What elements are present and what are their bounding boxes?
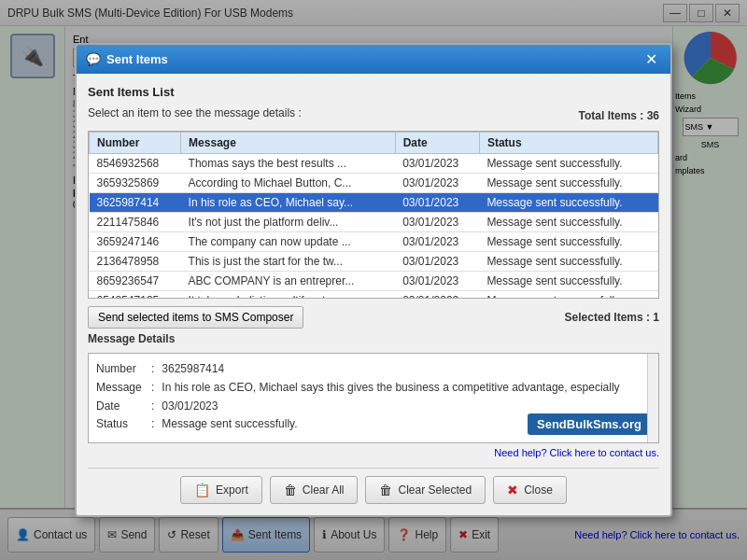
message-details-title: Message Details (88, 332, 659, 345)
table-row[interactable]: 3659325869 According to Michael Button, … (90, 173, 658, 192)
cell-date: 03/01/2023 (395, 192, 479, 212)
table-header-row: Number Message Date Status (90, 132, 658, 153)
modal-body: Sent Items List Select an item to see th… (77, 74, 670, 515)
cell-number: 3625987414 (90, 192, 181, 212)
cell-date: 03/01/2023 (395, 251, 479, 271)
clear-all-icon: 🗑 (284, 483, 297, 497)
col-message: Message (181, 132, 396, 153)
clear-all-label: Clear All (303, 483, 345, 497)
cell-status: Message sent successfully. (479, 231, 657, 251)
close-button[interactable]: ✖ Close (493, 476, 567, 504)
cell-date: 03/01/2023 (395, 231, 479, 251)
cell-date: 03/01/2023 (395, 290, 479, 298)
cell-message: It's not just the platform deliv... (181, 212, 396, 231)
modal-icon: 💬 (86, 52, 101, 66)
message-label: Message (96, 380, 148, 396)
col-number: Number (90, 132, 181, 153)
message-colon: : (151, 380, 154, 396)
clear-all-button[interactable]: 🗑 Clear All (270, 476, 359, 504)
total-items-count: Total Items : 36 (579, 109, 659, 122)
selected-items-count: Selected Items : 1 (565, 311, 659, 324)
cell-date: 03/01/2023 (395, 173, 479, 192)
help-link[interactable]: Need help? Click here to contact us. (88, 447, 659, 458)
sent-items-table-container: Number Message Date Status 8546932568 Th… (88, 131, 659, 299)
cell-message: Thomas says the best results ... (181, 153, 396, 173)
clear-selected-label: Clear Selected (398, 483, 472, 497)
table-row[interactable]: 8546932568 Thomas says the best results … (90, 153, 658, 173)
modal-subtitle: Select an item to see the message detail… (88, 106, 302, 119)
modal-overlay: 💬 Sent Items ✕ Sent Items List Select an… (0, 0, 747, 560)
cell-number: 6548547125 (90, 290, 181, 298)
cell-message: According to Michael Button, C... (181, 173, 396, 192)
table-body: 8546932568 Thomas says the best results … (90, 153, 658, 298)
modal-close-button[interactable]: ✕ (641, 50, 661, 68)
date-label: Date (96, 399, 148, 414)
modal-title-area: 💬 Sent Items (86, 52, 168, 66)
export-icon: 📋 (194, 483, 210, 497)
export-label: Export (216, 483, 248, 497)
cell-date: 03/01/2023 (395, 271, 479, 290)
cell-message: This is just the start for the tw... (181, 251, 396, 271)
cell-message: ABC COMPANY is an entreprer... (181, 271, 396, 290)
table-scroll[interactable]: Number Message Date Status 8546932568 Th… (89, 132, 658, 298)
cell-status: Message sent successfully. (479, 173, 657, 192)
watermark: SendBulkSms.org (528, 413, 651, 435)
cell-number: 3659325869 (90, 173, 181, 192)
sent-items-modal: 💬 Sent Items ✕ Sent Items List Select an… (75, 43, 672, 517)
cell-message: The company can now update ... (181, 231, 396, 251)
cell-status: Message sent successfully. (479, 290, 657, 298)
modal-action-buttons: 📋 Export 🗑 Clear All 🗑 Clear Selected ✖ … (88, 468, 659, 504)
cell-number: 3659247146 (90, 231, 181, 251)
cell-message: In his role as CEO, Michael say... (181, 192, 396, 212)
detail-message-row: Message : In his role as CEO, Michael sa… (96, 380, 651, 396)
table-row[interactable]: 6548547125 It takes a holistic, multifac… (90, 290, 658, 298)
cell-message: It takes a holistic, multifacete... (181, 290, 396, 298)
detail-date-value: 03/01/2023 (162, 399, 651, 414)
cell-number: 2211475846 (90, 212, 181, 231)
sent-items-table: Number Message Date Status 8546932568 Th… (89, 132, 658, 298)
date-colon: : (151, 399, 154, 414)
cell-status: Message sent successfully. (479, 212, 657, 231)
send-selected-button[interactable]: Send selected items to SMS Composer (88, 306, 303, 329)
modal-titlebar: 💬 Sent Items ✕ (77, 45, 670, 74)
cell-number: 8659236547 (90, 271, 181, 290)
number-colon: : (151, 361, 154, 377)
detail-message-value: In his role as CEO, Michael says this gi… (162, 380, 651, 396)
detail-date-row: Date : 03/01/2023 (96, 399, 651, 414)
col-date: Date (395, 132, 479, 153)
close-label: Close (524, 483, 553, 497)
close-icon: ✖ (507, 483, 518, 497)
number-label: Number (96, 361, 148, 377)
modal-header-row: Select an item to see the message detail… (88, 106, 659, 125)
message-details-section: Message Details Number : 3625987414 Mess… (88, 332, 659, 458)
detail-number-value: 3625987414 (162, 361, 651, 377)
table-row[interactable]: 3659247146 The company can now update ..… (90, 231, 658, 251)
cell-status: Message sent successfully. (479, 251, 657, 271)
selected-items-row: Send selected items to SMS Composer Sele… (88, 302, 659, 332)
message-details-box: Number : 3625987414 Message : In his rol… (88, 353, 659, 443)
table-row[interactable]: 3625987414 In his role as CEO, Michael s… (90, 192, 658, 212)
modal-title-text: Sent Items (106, 52, 168, 66)
col-status: Status (479, 132, 657, 153)
cell-date: 03/01/2023 (395, 153, 479, 173)
cell-number: 2136478958 (90, 251, 181, 271)
cell-date: 03/01/2023 (395, 212, 479, 231)
clear-selected-button[interactable]: 🗑 Clear Selected (365, 476, 486, 504)
clear-selected-icon: 🗑 (379, 483, 392, 497)
table-row[interactable]: 8659236547 ABC COMPANY is an entreprer..… (90, 271, 658, 290)
table-row[interactable]: 2136478958 This is just the start for th… (90, 251, 658, 271)
cell-status: Message sent successfully. (479, 192, 657, 212)
cell-number: 8546932568 (90, 153, 181, 173)
status-colon: : (151, 416, 154, 432)
cell-status: Message sent successfully. (479, 271, 657, 290)
cell-status: Message sent successfully. (479, 153, 657, 173)
detail-scrollbar[interactable] (647, 354, 658, 442)
table-row[interactable]: 2211475846 It's not just the platform de… (90, 212, 658, 231)
export-button[interactable]: 📋 Export (180, 476, 262, 504)
detail-number-row: Number : 3625987414 (96, 361, 651, 377)
modal-section-title: Sent Items List (88, 85, 659, 99)
status-label: Status (96, 416, 148, 432)
